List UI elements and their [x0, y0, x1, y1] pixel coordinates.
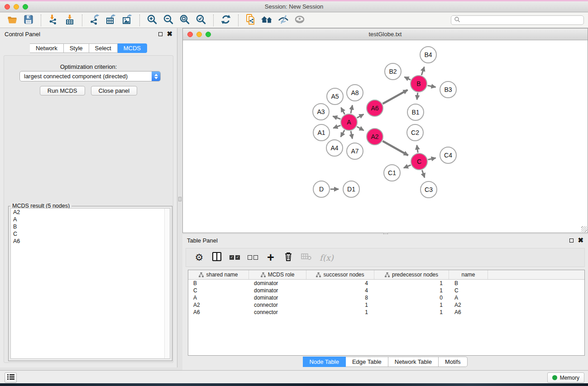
graph-edge-C-C1[interactable] [404, 165, 411, 168]
close-traffic-light[interactable] [187, 32, 193, 37]
cell-successor-nodes[interactable]: 8 [306, 295, 374, 301]
graph-node-A4[interactable]: A4 [326, 139, 343, 157]
criterion-dropdown[interactable]: largest connected component (directed) [19, 71, 161, 81]
zoom-out-button[interactable] [160, 14, 177, 27]
minimize-traffic-light[interactable] [196, 32, 202, 37]
cell-successor-nodes[interactable]: 4 [306, 280, 374, 286]
export-image-button[interactable] [119, 14, 135, 27]
window-resize-grip[interactable] [581, 226, 587, 232]
import-network-button[interactable] [45, 14, 62, 27]
zoom-in-button[interactable] [144, 14, 160, 27]
float-panel-icon[interactable] [158, 32, 163, 36]
add-row-button[interactable]: + [266, 252, 276, 263]
graph-edge-C-C2[interactable] [417, 145, 418, 152]
cell-predecessor-nodes[interactable]: 0 [374, 295, 449, 301]
graph-node-A7[interactable]: A7 [346, 143, 363, 160]
control-panel-tab[interactable]: Style [64, 43, 89, 53]
table-row[interactable]: B dominator 4 1 B [188, 280, 584, 287]
search-input[interactable] [460, 17, 581, 24]
graph-edge-C-C4[interactable] [428, 158, 436, 160]
hide-graphics-button[interactable] [275, 14, 292, 27]
graph-edge-A-A1[interactable] [333, 125, 340, 128]
delete-row-button[interactable] [283, 252, 293, 263]
cell-name[interactable]: A6 [449, 309, 488, 315]
export-table-button[interactable] [103, 14, 119, 27]
function-builder-button[interactable]: f(x) [320, 252, 334, 263]
delete-table-button[interactable] [301, 252, 312, 263]
cell-predecessor-nodes[interactable]: 1 [374, 302, 449, 308]
minimize-traffic-light[interactable] [14, 4, 19, 10]
network-window-titlebar[interactable]: testGlobe.txt [183, 29, 588, 40]
run-mcds-button[interactable]: Run MCDS [40, 86, 85, 95]
graph-node-C[interactable]: C [411, 153, 428, 170]
graph-node-A8[interactable]: A8 [346, 84, 363, 101]
close-panel-icon[interactable]: ✖ [167, 32, 172, 36]
zoom-traffic-light[interactable] [23, 4, 28, 10]
column-header[interactable]: successor nodes [306, 270, 374, 279]
graph-edge-B-B4[interactable] [421, 67, 424, 75]
close-panel-icon[interactable]: ✖ [578, 238, 583, 243]
cell-shared-name[interactable]: A2 [188, 302, 249, 308]
graph-node-C4[interactable]: C4 [440, 147, 457, 164]
close-panel-button[interactable]: Close panel [91, 86, 138, 95]
search-field[interactable] [451, 15, 584, 25]
table-row[interactable]: A dominator 8 0 A [188, 294, 584, 301]
graph-node-C1[interactable]: C1 [383, 164, 401, 181]
float-panel-icon[interactable] [569, 238, 574, 243]
graph-node-C2[interactable]: C2 [406, 124, 424, 141]
graph-edge-B-B1[interactable] [417, 93, 418, 100]
cell-predecessor-nodes[interactable]: 1 [374, 309, 449, 315]
column-settings-button[interactable]: ⚙ [194, 252, 204, 263]
table-tab[interactable]: Node Table [303, 357, 346, 367]
export-network-button[interactable] [86, 14, 103, 27]
import-table-button[interactable] [62, 14, 78, 27]
graph-node-A2[interactable]: A2 [366, 128, 383, 145]
graph-node-B3[interactable]: B3 [440, 81, 457, 98]
graph-edge-A-A2[interactable] [357, 127, 363, 131]
cell-mcds-role[interactable]: dominator [249, 287, 306, 294]
show-graphics-button[interactable] [292, 14, 308, 27]
home-neighbors-button[interactable] [259, 14, 275, 27]
control-panel-tab[interactable]: MCDS [118, 43, 147, 53]
cell-successor-nodes[interactable]: 4 [306, 287, 374, 294]
graph-node-C3[interactable]: C3 [420, 181, 437, 198]
graph-node-B4[interactable]: B4 [420, 46, 437, 63]
graph-node-B1[interactable]: B1 [407, 104, 424, 121]
graph-edge-A-A4[interactable] [341, 130, 345, 137]
mcds-result-item[interactable]: C [11, 230, 170, 238]
graph-edge-A-A7[interactable] [351, 131, 352, 139]
network-canvas[interactable]: B4B2BB3A5A8A6B1A3AA1C2A2A4A7C4CC1C3DD1 [183, 40, 588, 233]
cell-shared-name[interactable]: B [188, 280, 249, 286]
zoom-selected-button[interactable] [193, 14, 209, 27]
graph-edge-A-A8[interactable] [351, 105, 353, 113]
column-header[interactable]: name [449, 270, 488, 279]
cell-mcds-role[interactable]: dominator [249, 280, 306, 286]
zoom-fit-button[interactable] [177, 14, 193, 27]
mcds-result-item[interactable]: A2 [11, 209, 170, 216]
select-all-button[interactable]: ✓✓ [229, 252, 240, 263]
cell-name[interactable]: C [449, 287, 488, 294]
node-table[interactable]: shared name MCDS role successor nodes pr… [188, 270, 585, 356]
cell-mcds-role[interactable]: connector [249, 302, 306, 308]
graph-edge-B-B3[interactable] [428, 86, 436, 87]
table-row[interactable]: C dominator 4 1 C [188, 287, 584, 294]
cell-name[interactable]: B [449, 280, 488, 286]
column-header[interactable]: MCDS role [249, 270, 306, 279]
graph-edge-A2-C[interactable] [382, 141, 408, 156]
memory-button[interactable]: Memory [547, 372, 584, 383]
graph-edge-A-A5[interactable] [341, 108, 344, 114]
graph-node-B2[interactable]: B2 [384, 63, 402, 80]
deselect-all-button[interactable] [248, 252, 258, 263]
graph-edge-A-A3[interactable] [333, 116, 340, 119]
mcds-result-item[interactable]: A [11, 216, 170, 223]
mcds-result-list[interactable]: A2ABCA6 [10, 208, 170, 359]
cell-name[interactable]: A [449, 295, 488, 301]
graph-node-A1[interactable]: A1 [313, 124, 330, 141]
cell-mcds-role[interactable]: dominator [249, 295, 306, 301]
control-panel-tab[interactable]: Network [30, 43, 64, 53]
open-session-button[interactable] [4, 14, 20, 27]
graph-node-A3[interactable]: A3 [312, 103, 330, 120]
cell-predecessor-nodes[interactable]: 1 [374, 280, 449, 286]
result-scrollbar[interactable] [164, 209, 170, 358]
table-tab[interactable]: Network Table [388, 357, 439, 367]
